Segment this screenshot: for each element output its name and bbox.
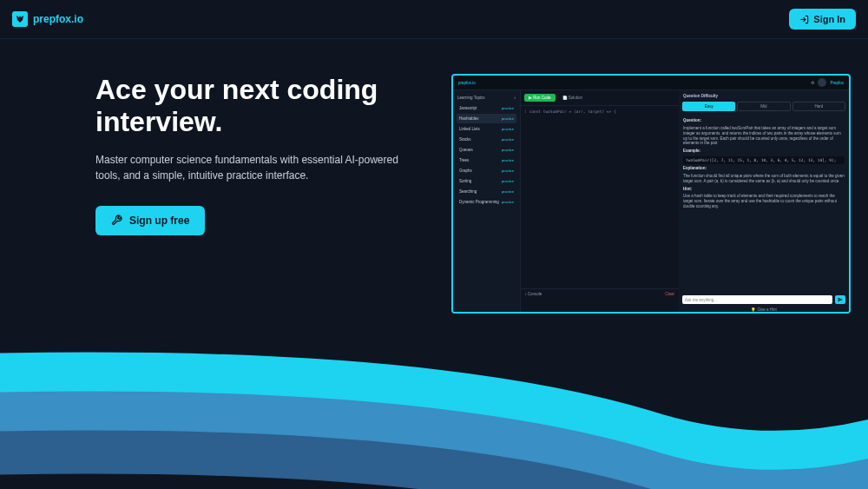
avatar-icon	[818, 78, 826, 87]
sign-up-button[interactable]: Sign up free	[95, 206, 205, 235]
console-panel: › Console Clear	[521, 288, 679, 314]
question-body: Implement a function called twoSumPair t…	[683, 126, 845, 146]
topic-item: Hashtablespractice	[457, 114, 516, 123]
topic-item: Searchingpractice	[457, 187, 516, 196]
hint-button: 💡 Give a Hint	[679, 307, 849, 314]
preview-question-panel: Question Difficulty EasyMidHard Question…	[679, 90, 849, 314]
topic-item: Graphspractice	[457, 166, 516, 175]
preview-header: prepfox.io ⚙ Prepfox	[453, 76, 849, 90]
topic-item: Dynamic Programmingpractice	[457, 197, 516, 207]
difficulty-tab: Hard	[792, 102, 845, 111]
topic-item: Stackspractice	[457, 135, 516, 144]
difficulty-tab: Easy	[682, 102, 735, 111]
preview-user: Prepfox	[830, 81, 844, 85]
login-icon	[799, 15, 809, 24]
preview-brand: prepfox.io	[458, 81, 476, 85]
sidebar-title: Learning Topics	[457, 96, 484, 100]
difficulty-tab: Mid	[737, 102, 790, 111]
explanation-heading: Explanation:	[683, 166, 845, 171]
run-button: ▶ Run Code	[524, 94, 556, 102]
fox-icon	[12, 11, 28, 27]
solution-tab: 📄 Solution	[559, 94, 587, 102]
hero: Ace your next coding interview. Master c…	[0, 39, 868, 314]
difficulty-label: Question Difficulty	[679, 90, 849, 102]
brand-text: prepfox.io	[33, 13, 83, 25]
hint-heading: Hint:	[683, 187, 845, 192]
logo[interactable]: prepfox.io	[12, 11, 83, 27]
sign-in-button[interactable]: Sign In	[789, 9, 856, 30]
chat-input: Ask me anything...	[682, 295, 832, 304]
hint-body: Use a hash table to keep track of elemen…	[683, 194, 845, 209]
example-code: twoSumPair([2, 7, 11, 15, 1, 8, 10, 3, 6…	[683, 156, 845, 164]
preview-editor: ▶ Run Code 📄 Solution 1 const twoSumPair…	[521, 90, 679, 314]
topic-item: Javascriptpractice	[457, 103, 516, 113]
question-heading: Question:	[683, 118, 845, 123]
send-icon	[835, 295, 845, 304]
topic-item: Linked Listspractice	[457, 124, 516, 134]
clear-button: Clear	[665, 292, 674, 312]
sign-in-label: Sign In	[813, 14, 845, 24]
topic-item: Treespractice	[457, 155, 516, 165]
sign-up-label: Sign up free	[129, 215, 189, 227]
tools-icon	[111, 215, 122, 226]
hero-title: Ace your next coding interview.	[95, 74, 425, 138]
chevron-left-icon: ‹	[515, 96, 516, 100]
code-editor: 1 const twoSumPair = (arr, target) => {	[521, 106, 679, 288]
header: prepfox.io Sign In	[0, 0, 868, 39]
preview-sidebar: Learning Topics ‹ JavascriptpracticeHash…	[453, 90, 521, 314]
hero-subtitle: Master computer science fundamentals wit…	[95, 152, 425, 183]
app-preview: prepfox.io ⚙ Prepfox Learning Topics ‹ J…	[451, 74, 851, 314]
explanation-body: The function should find all unique pair…	[683, 174, 845, 184]
topic-item: Sortingpractice	[457, 176, 516, 186]
hero-copy: Ace your next coding interview. Master c…	[95, 74, 425, 314]
topic-item: Queuespractice	[457, 145, 516, 155]
example-heading: Example:	[683, 149, 845, 154]
